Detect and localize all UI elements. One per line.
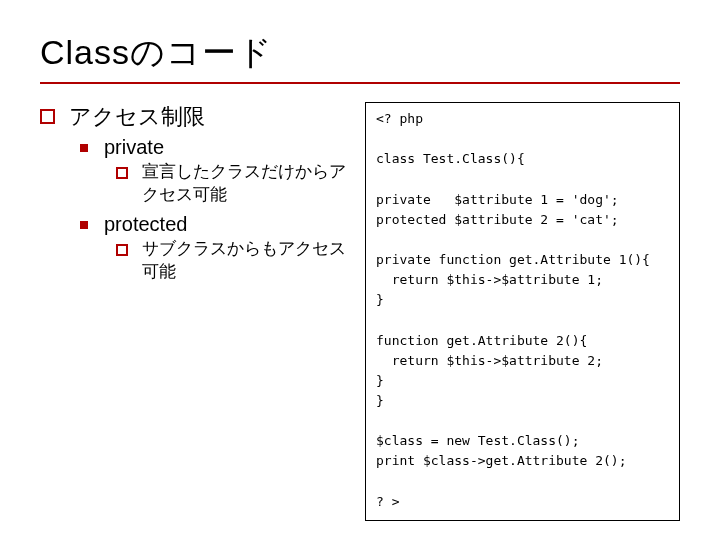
code-line: print $class->get.Attribute 2(); [376, 453, 626, 468]
code-line: private function get.Attribute 1(){ [376, 252, 650, 267]
code-line: protected $attribute 2 = 'cat'; [376, 212, 619, 227]
outline-l1-text: アクセス制限 [69, 102, 205, 132]
code-line: private $attribute 1 = 'dog'; [376, 192, 619, 207]
code-line: class Test.Class(){ [376, 151, 525, 166]
outline-l3-protected-text: サブクラスからもアクセス可能 [142, 238, 355, 284]
code-line: <? php [376, 111, 423, 126]
outline-l3-private-desc: 宣言したクラスだけからアクセス可能 [116, 161, 355, 207]
small-open-square-bullet-icon [116, 167, 128, 179]
small-open-square-bullet-icon [116, 244, 128, 256]
outline-l1: アクセス制限 [40, 102, 355, 132]
slide-title: Classのコード [40, 30, 680, 76]
code-line: $class = new Test.Class(); [376, 433, 580, 448]
code-line: function get.Attribute 2(){ [376, 333, 587, 348]
slide: Classのコード アクセス制限 private 宣言したクラスだけからアクセス… [0, 0, 720, 540]
content-row: アクセス制限 private 宣言したクラスだけからアクセス可能 protect… [40, 102, 680, 521]
outline-l3-private-text: 宣言したクラスだけからアクセス可能 [142, 161, 355, 207]
code-line: return $this->$attribute 2; [376, 353, 603, 368]
outline-l2-protected: protected [80, 213, 355, 236]
outline-l2-protected-label: protected [104, 213, 187, 236]
code-line: ? > [376, 494, 399, 509]
title-underline [40, 82, 680, 84]
code-column: <? php class Test.Class(){ private $attr… [365, 102, 680, 521]
outline-l2-private-label: private [104, 136, 164, 159]
solid-square-bullet-icon [80, 221, 88, 229]
code-box: <? php class Test.Class(){ private $attr… [365, 102, 680, 521]
outline-column: アクセス制限 private 宣言したクラスだけからアクセス可能 protect… [40, 102, 365, 290]
code-line: } [376, 292, 384, 307]
outline-l2-private: private [80, 136, 355, 159]
code-line: } [376, 393, 384, 408]
solid-square-bullet-icon [80, 144, 88, 152]
code-line: } [376, 373, 384, 388]
open-square-bullet-icon [40, 109, 55, 124]
outline-l3-protected-desc: サブクラスからもアクセス可能 [116, 238, 355, 284]
code-line: return $this->$attribute 1; [376, 272, 603, 287]
